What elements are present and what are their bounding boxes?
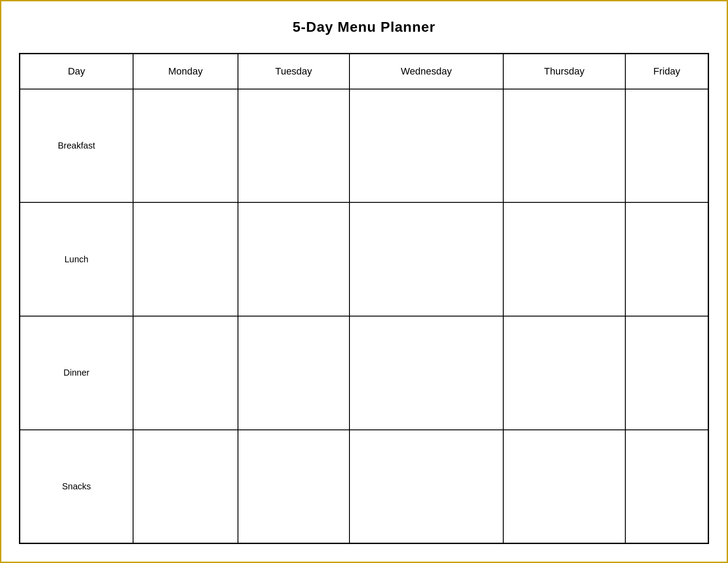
page-title: 5-Day Menu Planner [293, 19, 435, 35]
menu-planner-table: Day Monday Tuesday Wednesday Thursday Fr… [19, 53, 709, 544]
label-snacks: Snacks [20, 430, 134, 544]
breakfast-wednesday[interactable] [349, 89, 503, 203]
label-dinner: Dinner [20, 316, 134, 430]
lunch-monday[interactable] [133, 202, 238, 316]
lunch-friday[interactable] [625, 202, 708, 316]
breakfast-friday[interactable] [625, 89, 708, 203]
label-breakfast: Breakfast [20, 89, 134, 203]
header-tuesday: Tuesday [238, 54, 349, 89]
snacks-friday[interactable] [625, 430, 708, 544]
dinner-thursday[interactable] [503, 316, 625, 430]
dinner-friday[interactable] [625, 316, 708, 430]
snacks-thursday[interactable] [503, 430, 625, 544]
dinner-monday[interactable] [133, 316, 238, 430]
breakfast-tuesday[interactable] [238, 89, 349, 203]
dinner-tuesday[interactable] [238, 316, 349, 430]
breakfast-monday[interactable] [133, 89, 238, 203]
row-lunch: Lunch [20, 202, 709, 316]
lunch-tuesday[interactable] [238, 202, 349, 316]
row-dinner: Dinner [20, 316, 709, 430]
lunch-wednesday[interactable] [349, 202, 503, 316]
row-snacks: Snacks [20, 430, 709, 544]
snacks-tuesday[interactable] [238, 430, 349, 544]
header-thursday: Thursday [503, 54, 625, 89]
header-day: Day [20, 54, 134, 89]
snacks-monday[interactable] [133, 430, 238, 544]
header-friday: Friday [625, 54, 708, 89]
header-wednesday: Wednesday [349, 54, 503, 89]
snacks-wednesday[interactable] [349, 430, 503, 544]
label-lunch: Lunch [20, 202, 134, 316]
breakfast-thursday[interactable] [503, 89, 625, 203]
lunch-thursday[interactable] [503, 202, 625, 316]
dinner-wednesday[interactable] [349, 316, 503, 430]
header-monday: Monday [133, 54, 238, 89]
header-row: Day Monday Tuesday Wednesday Thursday Fr… [20, 54, 709, 89]
row-breakfast: Breakfast [20, 89, 709, 203]
